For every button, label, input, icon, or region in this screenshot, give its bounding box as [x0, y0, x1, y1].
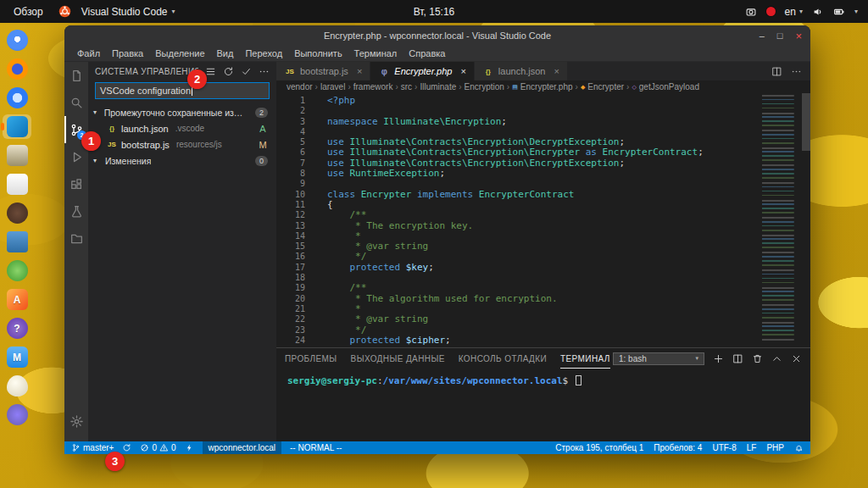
- split-editor-icon[interactable]: [771, 66, 782, 77]
- close-panel-icon[interactable]: [791, 353, 802, 364]
- commit-check-icon[interactable]: [241, 66, 252, 77]
- minimize-button[interactable]: –: [760, 30, 765, 41]
- recording-indicator-icon[interactable]: [766, 7, 776, 16]
- menu-item[interactable]: Терминал: [348, 47, 403, 59]
- explorer-icon[interactable]: [64, 62, 88, 89]
- commit-message-input[interactable]: VSCode configuration: [95, 82, 270, 99]
- close-icon[interactable]: ×: [460, 66, 465, 76]
- line-number: 7: [276, 158, 305, 169]
- close-icon[interactable]: ×: [554, 66, 559, 76]
- refresh-icon[interactable]: [223, 66, 234, 77]
- dock-item-book[interactable]: [3, 230, 31, 254]
- language-indicator[interactable]: PHP: [766, 441, 784, 454]
- maximize-button[interactable]: □: [777, 30, 783, 41]
- scrollbar-thumb[interactable]: [802, 93, 810, 151]
- dock-item-chromium[interactable]: [3, 28, 31, 53]
- dock-item-bluem[interactable]: M: [3, 345, 31, 369]
- dock-item-firefox[interactable]: [3, 57, 31, 81]
- dock-item-thunderbird[interactable]: [3, 86, 31, 110]
- remote-explorer-icon[interactable]: [64, 225, 88, 252]
- menu-item[interactable]: Вид: [211, 47, 240, 59]
- dock-item-amber[interactable]: A: [3, 287, 31, 312]
- dock-item-purple[interactable]: ?: [3, 316, 31, 341]
- breadcrumb[interactable]: vendor›laravel›framework›src›Illuminate›…: [276, 80, 810, 93]
- breadcrumb-item[interactable]: ▤Encrypter.php: [512, 82, 572, 92]
- panel-tab[interactable]: ТЕРМИНАЛ: [560, 348, 610, 369]
- screencast-icon[interactable]: [745, 6, 757, 18]
- panel-tab[interactable]: ВЫХОДНЫЕ ДАННЫЕ: [351, 348, 445, 369]
- editor-tab[interactable]: φEncrypter.php×: [370, 62, 475, 80]
- encoding-indicator[interactable]: UTF-8: [712, 441, 736, 454]
- menu-item[interactable]: Правка: [106, 47, 149, 59]
- ubuntu-logo-icon[interactable]: [58, 5, 71, 18]
- notifications-bell-icon[interactable]: [794, 441, 804, 454]
- cursor-position[interactable]: Строка 195, столбец 1: [555, 441, 643, 454]
- git-status-A: A: [258, 124, 268, 134]
- window-title-bar[interactable]: Encrypter.php - wpconnector.local - Visu…: [64, 25, 810, 46]
- file-name: launch.json: [121, 124, 169, 134]
- editor-tab[interactable]: {}launch.json×: [475, 62, 568, 80]
- breadcrumb-item[interactable]: ◆Encrypter: [581, 82, 624, 92]
- breadcrumb-item[interactable]: Illuminate: [420, 82, 456, 92]
- activities-button[interactable]: Обзор: [8, 4, 48, 19]
- scm-group-header[interactable]: ▾Изменения0: [88, 152, 276, 169]
- breadcrumb-item[interactable]: vendor: [287, 82, 313, 92]
- close-icon[interactable]: ×: [357, 66, 362, 76]
- code-editor[interactable]: 1<?php23namespace Illuminate\Encryption;…: [276, 93, 810, 347]
- view-as-list-icon[interactable]: [205, 66, 216, 77]
- terminal[interactable]: sergiy@sergiy-pc:/var/www/sites/wpconnec…: [276, 369, 810, 441]
- dock-item-files[interactable]: [3, 143, 31, 168]
- scm-file-row[interactable]: JSbootstrap.jsresources/jsM: [88, 136, 276, 152]
- eol-indicator[interactable]: LF: [747, 441, 757, 454]
- close-button[interactable]: ×: [795, 30, 802, 42]
- search-icon[interactable]: [64, 89, 88, 116]
- menu-item[interactable]: Выполнить: [288, 47, 348, 59]
- dock-item-egg[interactable]: [3, 374, 31, 398]
- git-branch-indicator[interactable]: master+: [71, 441, 114, 454]
- breadcrumb-item[interactable]: laravel: [320, 82, 345, 92]
- volume-icon[interactable]: [812, 6, 824, 18]
- dock-item-green[interactable]: [3, 258, 31, 283]
- menu-item[interactable]: Выделение: [149, 47, 210, 59]
- remote-indicator[interactable]: wpconnector.local: [203, 441, 282, 454]
- settings-gear-icon[interactable]: [64, 408, 88, 435]
- breadcrumb-item[interactable]: Encryption: [465, 82, 504, 92]
- menu-item[interactable]: Переход: [239, 47, 288, 59]
- problems-indicator[interactable]: 00: [140, 441, 175, 454]
- editor-scrollbar[interactable]: [802, 93, 810, 347]
- indentation-indicator[interactable]: Пробелов: 4: [654, 441, 702, 454]
- more-actions-icon[interactable]: [791, 66, 802, 77]
- sync-icon[interactable]: [122, 441, 131, 454]
- breadcrumb-item[interactable]: framework: [353, 82, 393, 92]
- battery-icon[interactable]: [833, 6, 845, 18]
- testing-icon[interactable]: [64, 197, 88, 225]
- viber-icon: [7, 404, 28, 425]
- split-terminal-icon[interactable]: [732, 353, 743, 364]
- terminal-picker[interactable]: 1: bash▾: [613, 352, 704, 365]
- breadcrumb-item[interactable]: src: [401, 82, 412, 92]
- chevron-down-icon: ▾: [695, 355, 698, 362]
- more-actions-icon[interactable]: [259, 66, 270, 77]
- panel-tab[interactable]: КОНСОЛЬ ОТЛАДКИ: [459, 348, 547, 369]
- new-terminal-icon[interactable]: [713, 353, 724, 364]
- dock-item-viber[interactable]: [3, 402, 31, 427]
- breadcrumb-item[interactable]: ◇getJsonPayload: [632, 82, 699, 92]
- scm-file-row[interactable]: {}launch.json.vscodeA: [88, 120, 276, 136]
- line-number: 8: [276, 169, 305, 179]
- dock-item-darkapp[interactable]: [3, 201, 31, 225]
- scm-group-header[interactable]: ▾Промежуточно сохраненные изменения2: [88, 104, 276, 120]
- system-menu-chevron-icon[interactable]: ▾: [854, 8, 858, 15]
- keyboard-layout-indicator[interactable]: en▾: [785, 6, 803, 18]
- extensions-icon[interactable]: [64, 170, 88, 197]
- minimap[interactable]: [762, 95, 801, 342]
- panel-tab[interactable]: ПРОБЛЕМЫ: [285, 348, 337, 369]
- dock-item-vscode[interactable]: [3, 114, 31, 139]
- focused-app-menu[interactable]: Visual Studio Code▾: [81, 6, 175, 18]
- maximize-panel-icon[interactable]: [771, 353, 782, 364]
- editor-tab[interactable]: JSbootstrap.js×: [276, 62, 370, 80]
- menu-item[interactable]: Справка: [403, 47, 451, 59]
- lightning-icon[interactable]: [185, 441, 194, 454]
- menu-item[interactable]: Файл: [71, 47, 106, 59]
- kill-terminal-icon[interactable]: [752, 353, 763, 364]
- dock-item-writer[interactable]: [3, 172, 31, 197]
